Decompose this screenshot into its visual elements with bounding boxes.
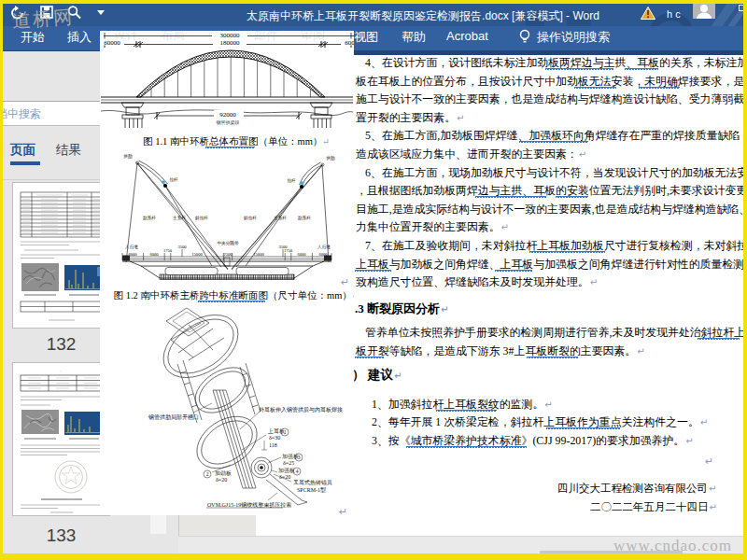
tab-insert[interactable]: 插入 — [67, 29, 92, 46]
page-thumbnail-132[interactable]: · — [12, 182, 110, 329]
paragraph-mark: ↵ — [708, 483, 716, 494]
spellcheck-squiggle — [475, 196, 546, 199]
paragraph-mark: ↵ — [589, 277, 598, 287]
svg-text:15000: 15000 — [191, 252, 203, 257]
paragraph-mark: ↵ — [636, 346, 644, 357]
doc-date-line[interactable]: 二〇二二年五月二十四日↵ — [590, 500, 717, 514]
svg-text:斜拉杆: 斜拉杆 — [244, 216, 257, 221]
svg-text:主系杆: 主系杆 — [274, 215, 287, 220]
nav-tab-pages[interactable]: 页面 — [10, 142, 35, 159]
paragraph-mark: ↵ — [543, 399, 552, 410]
svg-text:拉杆: 拉杆 — [169, 177, 178, 182]
svg-text:·: · — [60, 370, 61, 373]
tab-acrobat[interactable]: Acrobat — [446, 29, 488, 43]
spellcheck-squiggle — [574, 87, 616, 90]
doc-text-line[interactable]: 管养单位未按照养护手册要求的检测周期进行管养,未及时发现并处治斜拉杆上 — [365, 326, 745, 339]
svg-text:2: 2 — [206, 471, 209, 477]
doc-company-line[interactable]: 四川交大工程检测咨询有限公司↵ — [557, 482, 716, 496]
svg-text:人行道: 人行道 — [317, 245, 331, 249]
detail-label-slot: 钢管拱肋局部开槽口 — [148, 414, 199, 421]
corner-watermark: 道桥网 — [11, 5, 75, 35]
doc-heading-suggest[interactable]: ） 建议↵ — [352, 369, 402, 383]
doc-text-line[interactable]: ，且根据图纸加劲板两焊边与主拱、耳板的安装位置无法判别时,未要求设计变更， — [356, 184, 747, 197]
paragraph-mark: ↵ — [341, 277, 349, 288]
title-bar: 太原南中环桥上耳板开裂断裂原因鉴定检测报告.docx [兼容模式] - Word… — [3, 4, 743, 26]
dropdown-caret-icon[interactable] — [97, 10, 105, 15]
doc-text-line[interactable]: 板在耳板上的位置分布，且按设计尺寸中加劲板无法安装，未明确焊接要求，是造 — [356, 75, 747, 88]
spellcheck-squiggle — [527, 357, 578, 359]
doc-text-line[interactable]: 置开裂的主要因素。↵ — [356, 111, 464, 125]
paragraph-mark: ↵ — [705, 456, 713, 468]
tab-view[interactable]: 视图 — [354, 29, 378, 46]
spellcheck-squiggle — [545, 68, 613, 71]
frame-border-right — [743, 0, 747, 560]
detail-label-reinf3-t: δ=25 — [283, 460, 294, 467]
doc-text-line[interactable]: 板开裂等缺陷，是造成下游东 3#上耳板断裂的主要因素。↵ — [356, 344, 645, 358]
svg-text:60000: 60000 — [104, 39, 120, 47]
spellcheck-squiggle — [698, 338, 740, 341]
bottom-watermark: www.cndao.com — [613, 537, 732, 555]
svg-text:1750: 1750 — [163, 248, 173, 253]
avatar[interactable] — [693, 3, 715, 19]
detail-label-stiffener-t: δ=20 — [216, 477, 227, 483]
svg-text:主系杆: 主系杆 — [173, 215, 186, 220]
user-label[interactable]: h c — [667, 8, 681, 20]
spellcheck-squiggle — [625, 68, 658, 71]
svg-text:15000: 15000 — [253, 252, 264, 257]
svg-text:拱肋: 拱肋 — [325, 155, 335, 161]
paragraph-mark: ↵ — [709, 502, 717, 512]
svg-text:6000: 6000 — [149, 252, 159, 257]
detail-label-cable: OVM.GJ15-19钢绞线整束挤压拉索 — [207, 502, 291, 509]
paragraph-mark: ↵ — [500, 222, 509, 232]
detail-label-anchor2: SPCRM-1型 — [297, 487, 326, 494]
svg-text:60000: 60000 — [345, 39, 354, 47]
doc-suggestion-line[interactable]: 2、每年开展 1 次桥梁定检，斜拉杆上耳板作为重点关注构件之一。↵ — [372, 415, 708, 429]
warning-icon[interactable] — [641, 7, 655, 20]
spellcheck-squiggle — [436, 410, 497, 413]
spellcheck-squiggle — [205, 147, 255, 149]
paragraph-mark: ↵ — [339, 507, 347, 515]
paragraph-mark: ↵ — [393, 371, 402, 381]
horizontal-scrollbar[interactable]: www.cndao.com — [178, 536, 743, 553]
figure-panel: 设计 布局 引用 邮件 审阅 300000 — [100, 31, 354, 515]
doc-text-line[interactable]: 力集中位置开裂的主要因素。↵ — [356, 220, 509, 234]
svg-text:180000: 180000 — [220, 39, 241, 47]
spellcheck-squiggle — [546, 427, 620, 430]
word-window: 太原南中环桥上耳板开裂断裂原因鉴定检测报告.docx [兼容模式] - Word… — [0, 0, 747, 560]
spellcheck-squiggle — [495, 270, 532, 273]
paragraph-mark: ↵ — [456, 113, 464, 123]
spellcheck-squiggle — [519, 141, 588, 144]
doc-text-line[interactable]: 6、在施工方面，现场加劲板尺寸与设计不符，当发现设计尺寸的加劲板无法安 — [365, 166, 747, 179]
doc-text-line[interactable]: 造成该区域应力集中、进而开裂的主要因素：↵ — [356, 147, 586, 161]
page-thumbnail-133[interactable]: · — [12, 362, 110, 516]
doc-text-line[interactable]: 目施工,是造成实际结构与设计不一致的主要因素,也是造成结构与焊缝构造缺陷、 — [356, 203, 747, 216]
svg-text:2500: 2500 — [223, 252, 233, 257]
detail-label-reinf3: 加强板 — [282, 454, 299, 460]
nav-scrollbar[interactable] — [150, 515, 166, 534]
svg-text:副系杆: 副系杆 — [143, 215, 156, 221]
svg-text:拉杆: 拉杆 — [287, 178, 296, 183]
frame-border-left — [0, 0, 3, 560]
detail-label-anchor1: 叉耳式热铸锚具 — [293, 480, 332, 486]
page-number-label[interactable]: 133 — [12, 525, 110, 546]
tell-me-search[interactable]: 操作说明搜索 — [537, 29, 610, 46]
doc-text-line[interactable]: 上耳板与加劲板之间角焊缝、上耳板与加强板之间角焊缝进行针对性的质量检测， — [356, 258, 747, 271]
page-number-label[interactable]: 132 — [12, 334, 110, 355]
doc-text-line[interactable]: 4、在设计方面，设计图纸未标注加劲板两焊边与主拱、耳板的关系，未标注加 — [365, 56, 747, 69]
doc-heading-analysis[interactable]: .3 断裂原因分析↵ — [355, 302, 448, 316]
spellcheck-squiggle — [406, 446, 527, 449]
doc-text-line[interactable]: 致构造尺寸位置、焊缝缺陷未及时发现并处理。↵ — [356, 275, 598, 289]
paragraph-mark: ↵ — [699, 417, 708, 427]
document-title: 太原南中环桥上耳板开裂断裂原因鉴定检测报告.docx [兼容模式] - Word — [190, 8, 656, 24]
frame-border-bottom — [0, 553, 747, 560]
spellcheck-squiggle — [639, 87, 680, 90]
doc-text-line[interactable]: 5、在施工方面,加劲板围焊焊缝、加强板环向角焊缝存在严重的焊接质量缺陷， — [365, 129, 747, 142]
spellcheck-squiggle — [529, 251, 605, 254]
spellcheck-squiggle — [355, 270, 391, 273]
figure-elevation: 300000 60000 180000 60000 — [100, 31, 354, 135]
doc-text-line[interactable]: 施工与设计不一致的主要因素，也是造成结构与焊缝构造设计缺陷、受力薄弱截面 — [356, 92, 747, 105]
svg-text:3500: 3500 — [177, 245, 187, 249]
doc-text-line[interactable]: 7、在施工及验收期间，未对斜拉杆上耳板加劲板尺寸进行复核检测，未对斜拉 — [365, 239, 747, 252]
tab-help[interactable]: 帮助 — [402, 29, 426, 46]
nav-tab-results[interactable]: 结果 — [56, 142, 81, 159]
